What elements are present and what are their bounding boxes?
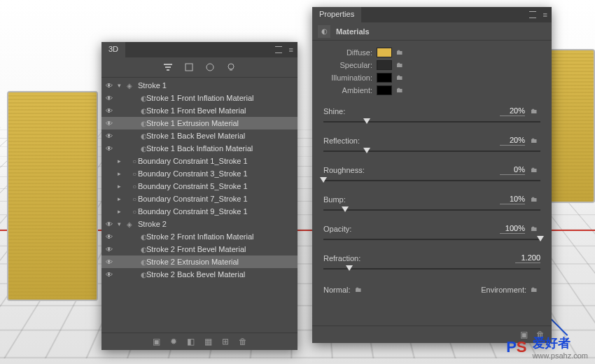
visibility-icon[interactable]: 👁 [104, 82, 114, 90]
folder-icon[interactable]: 🖿 [396, 48, 406, 57]
slider-track[interactable] [323, 118, 540, 126]
filter-icon[interactable] [162, 62, 174, 73]
tree-row[interactable]: 👁◐Stroke 2 Front Bevel Material [102, 243, 298, 255]
tree-row[interactable]: 👁◐Stroke 1 Front Inflation Material [102, 92, 298, 104]
expand-arrow-icon[interactable]: ▾ [114, 220, 124, 227]
expand-arrow-icon[interactable]: ▸ [114, 170, 124, 177]
slider-group: Reflection: 20% 🖿 [323, 136, 540, 155]
trash-icon[interactable]: 🗑 [239, 337, 247, 346]
material-icon: ◐ [124, 131, 144, 141]
normal-label: Normal: [323, 286, 351, 294]
panel-menu-icon[interactable]: ≡ [285, 46, 298, 54]
folder-icon[interactable]: 🖿 [396, 61, 406, 69]
visibility-icon[interactable]: 👁 [104, 145, 114, 153]
color-swatch[interactable] [377, 85, 392, 95]
slider-thumb[interactable] [363, 148, 370, 153]
slider-track[interactable] [323, 235, 540, 244]
slider-track[interactable] [323, 265, 540, 273]
tree-row[interactable]: ▸○Boundary Constraint 9_Stroke 1 [102, 205, 298, 218]
expand-arrow-icon[interactable]: ▾ [114, 82, 124, 89]
picture-icon[interactable]: ▣ [153, 337, 160, 346]
color-swatch[interactable] [377, 48, 392, 57]
slider-thumb[interactable] [363, 118, 370, 124]
tree-row[interactable]: 👁◐Stroke 1 Back Bevel Material [102, 130, 298, 142]
render-icon[interactable]: ▦ [204, 337, 212, 346]
folder-icon[interactable]: 🖿 [531, 195, 540, 204]
collapse-icon[interactable] [275, 46, 282, 53]
slider-track[interactable] [323, 147, 540, 155]
visibility-icon[interactable]: 👁 [104, 271, 114, 279]
slider-thumb[interactable] [346, 265, 353, 271]
expand-arrow-icon[interactable]: ▸ [114, 195, 124, 202]
slider-track[interactable] [323, 206, 540, 214]
tree-row[interactable]: 👁◐Stroke 2 Front Inflation Material [102, 230, 298, 243]
slider-label: Refraction: [323, 254, 360, 262]
layer-tree[interactable]: 👁▾◈Stroke 1👁◐Stroke 1 Front Inflation Ma… [102, 78, 298, 332]
expand-arrow-icon[interactable]: ▸ [114, 158, 124, 164]
camera-icon[interactable]: ◧ [187, 337, 195, 346]
bulb-icon[interactable] [225, 62, 237, 73]
folder-icon[interactable]: 🖿 [531, 107, 540, 115]
visibility-icon[interactable]: 👁 [104, 233, 114, 241]
tab-properties[interactable]: Properties [312, 7, 361, 22]
folder-icon[interactable]: 🖿 [396, 74, 406, 82]
slider-value[interactable]: 100% [500, 224, 525, 234]
tree-label: Boundary Constraint 7_Stroke 1 [138, 195, 248, 203]
mesh-icon[interactable] [183, 62, 195, 73]
tree-row[interactable]: 👁▾◈Stroke 2 [102, 218, 298, 230]
color-swatch[interactable] [377, 73, 392, 83]
slider-label: Shine: [323, 107, 345, 115]
new-icon[interactable]: ⊞ [222, 337, 229, 346]
visibility-icon[interactable]: 👁 [104, 246, 114, 253]
tree-row[interactable]: 👁◐Stroke 1 Front Bevel Material [102, 104, 298, 117]
visibility-icon[interactable]: 👁 [104, 107, 114, 115]
constraint-icon: ○ [124, 181, 135, 191]
tree-row[interactable]: ▸○Boundary Constraint 1_Stroke 1 [102, 155, 298, 167]
slider-track[interactable] [323, 176, 540, 185]
folder-icon[interactable]: 🖿 [355, 286, 365, 294]
slider-value[interactable]: 1.200 [515, 253, 540, 263]
slider-value[interactable]: 20% [500, 136, 525, 146]
tree-row[interactable]: 👁◐Stroke 2 Extrusion Material [102, 255, 298, 268]
slider-value[interactable]: 20% [500, 106, 525, 116]
tree-row[interactable]: 👁▾◈Stroke 1 [102, 79, 298, 92]
tree-label: Stroke 1 Front Bevel Material [146, 106, 246, 115]
svg-point-5 [228, 64, 234, 69]
folder-icon[interactable]: 🖿 [531, 286, 540, 294]
folder-icon[interactable]: 🖿 [531, 225, 540, 233]
tree-row[interactable]: ▸○Boundary Constraint 5_Stroke 1 [102, 180, 298, 192]
slider-label: Roughness: [323, 166, 365, 174]
expand-arrow-icon[interactable]: ▸ [114, 208, 124, 215]
tree-row[interactable]: ▸○Boundary Constraint 3_Stroke 1 [102, 167, 298, 180]
tree-row[interactable]: ▸○Boundary Constraint 7_Stroke 1 [102, 192, 298, 205]
slider-thumb[interactable] [342, 206, 349, 212]
properties-subheader: ◐ Materials [312, 22, 552, 41]
tree-row[interactable]: 👁◐Stroke 2 Back Bevel Material [102, 268, 298, 281]
slider-value[interactable]: 10% [500, 195, 525, 204]
visibility-icon[interactable]: 👁 [104, 120, 114, 127]
material-icon[interactable] [204, 62, 216, 73]
slider-group: Refraction: 1.200 [323, 253, 540, 273]
collapse-icon[interactable] [529, 11, 536, 18]
bulb-icon[interactable]: ✹ [170, 337, 177, 346]
folder-icon[interactable]: 🖿 [531, 136, 540, 145]
tree-label: Boundary Constraint 9_Stroke 1 [138, 207, 248, 216]
svg-rect-0 [164, 64, 172, 65]
group-icon: ◈ [124, 219, 135, 229]
visibility-icon[interactable]: 👁 [104, 132, 114, 140]
visibility-icon[interactable]: 👁 [104, 94, 114, 102]
folder-icon[interactable]: 🖿 [396, 86, 406, 94]
visibility-icon[interactable]: 👁 [104, 220, 114, 228]
expand-arrow-icon[interactable]: ▸ [114, 183, 124, 190]
tab-3d[interactable]: 3D [102, 42, 125, 57]
visibility-icon[interactable]: 👁 [104, 258, 114, 266]
tree-row[interactable]: 👁◐Stroke 1 Back Inflation Material [102, 142, 298, 155]
tree-row[interactable]: 👁◐Stroke 1 Extrusion Material [102, 117, 298, 130]
panel-menu-icon[interactable]: ≡ [539, 10, 552, 19]
color-swatch[interactable] [377, 60, 392, 70]
slider-thumb[interactable] [320, 177, 327, 183]
slider-thumb[interactable] [537, 236, 544, 241]
slider-value[interactable]: 0% [500, 165, 525, 175]
tree-label: Stroke 2 Extrusion Material [146, 258, 239, 266]
folder-icon[interactable]: 🖿 [531, 166, 540, 174]
